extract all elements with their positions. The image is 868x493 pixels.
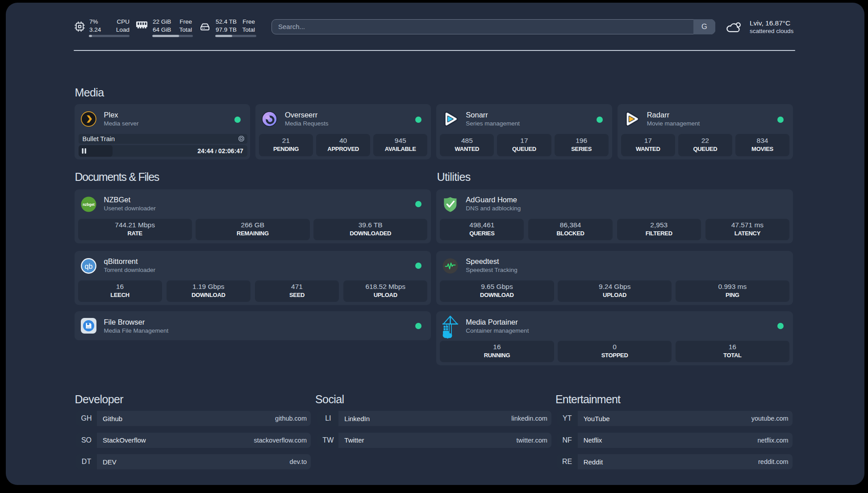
- svg-text:nzbget: nzbget: [83, 203, 95, 207]
- svg-text:qb: qb: [84, 262, 92, 270]
